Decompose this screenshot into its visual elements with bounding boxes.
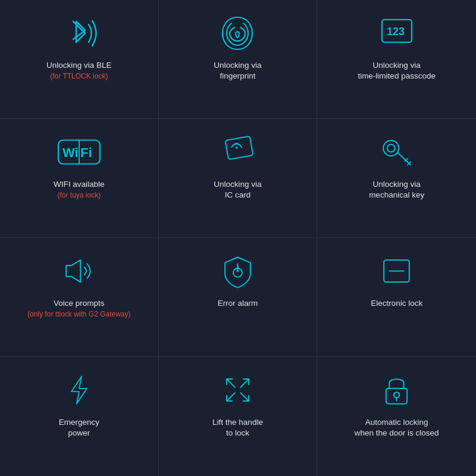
electronic-label: Electronic lock (371, 298, 422, 309)
svg-line-21 (227, 379, 235, 387)
handle-icon (214, 368, 261, 412)
svg-point-29 (399, 394, 400, 396)
iccard-icon (214, 130, 261, 174)
cell-mechkey: Unlocking viamechanical key (317, 119, 476, 238)
voice-sublabel: (only for ttlock with G2 Gateway) (27, 310, 130, 318)
emergency-label: Emergencypower (59, 417, 99, 439)
svg-line-24 (240, 393, 249, 401)
svg-rect-25 (386, 389, 407, 404)
cell-electronic: Electronic lock (317, 238, 476, 357)
cell-iccard: Unlocking viaIC card (159, 119, 318, 238)
fingerprint-label: Unlocking viafingerprint (214, 60, 261, 82)
svg-point-7 (236, 146, 238, 149)
handle-label: Lift the handleto lock (212, 417, 263, 439)
svg-line-10 (398, 152, 411, 164)
passcode-label: Unlocking viatime-limited passcode (358, 60, 436, 82)
iccard-label: Unlocking viaIC card (214, 179, 261, 201)
fingerprint-icon (214, 11, 261, 55)
svg-text:Fi: Fi (80, 145, 92, 160)
svg-point-9 (387, 145, 395, 152)
svg-line-23 (227, 393, 235, 401)
emergency-icon (55, 368, 103, 412)
ble-sublabel: (for TTLOCK lock) (50, 72, 108, 80)
svg-text:Wi: Wi (62, 145, 79, 160)
cell-emergency: Emergencypower (0, 357, 159, 476)
svg-marker-13 (66, 260, 80, 282)
alarm-icon (214, 249, 261, 293)
cell-ble: Unlocking via BLE(for TTLOCK lock) (0, 0, 159, 119)
svg-marker-20 (71, 376, 87, 403)
mechkey-icon (373, 130, 421, 174)
svg-point-8 (383, 140, 399, 156)
cell-alarm: Error alarm (159, 238, 318, 357)
voice-label: Voice prompts (54, 298, 105, 309)
feature-grid: Unlocking via BLE(for TTLOCK lock) Unloc… (0, 0, 476, 476)
voice-icon (55, 249, 103, 293)
svg-line-22 (240, 379, 249, 387)
wifi-sublabel: (for tuya lock) (57, 191, 101, 199)
mechkey-label: Unlocking viamechanical key (369, 179, 424, 201)
svg-point-28 (393, 394, 395, 396)
cell-handle: Lift the handleto lock (159, 357, 318, 476)
svg-point-16 (237, 270, 239, 273)
electronic-icon (373, 249, 421, 293)
cell-wifi: Wi Fi WIFI available(for tuya lock) (0, 119, 159, 238)
cell-autolocking: Automatic lockingwhen the door is closed (317, 357, 476, 476)
cell-fingerprint: Unlocking viafingerprint (159, 0, 318, 119)
ble-label: Unlocking via BLE (46, 60, 112, 71)
ble-icon (55, 11, 103, 55)
svg-rect-6 (225, 136, 253, 159)
autolocking-label: Automatic lockingwhen the door is closed (355, 417, 439, 439)
wifi-label: WIFI available (54, 179, 105, 190)
autolocking-icon (373, 368, 421, 412)
svg-text:123: 123 (387, 26, 405, 37)
cell-passcode: 123 Unlocking viatime-limited passcode (317, 0, 476, 119)
wifi-icon: Wi Fi (55, 130, 103, 174)
passcode-icon: 123 (373, 11, 421, 55)
alarm-label: Error alarm (218, 298, 258, 309)
cell-voice: Voice prompts(only for ttlock with G2 Ga… (0, 238, 159, 357)
